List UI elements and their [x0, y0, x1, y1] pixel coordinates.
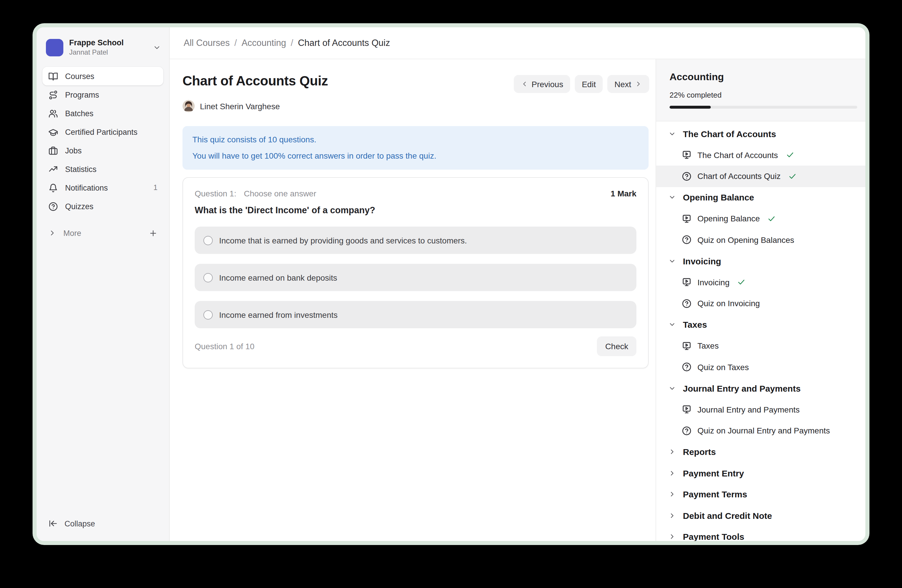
top-navbar: All Courses/Accounting/Chart of Accounts…	[170, 27, 865, 59]
screen: Frappe School Jannat Patel CoursesProgra…	[0, 0, 902, 588]
sidebar-item-programs[interactable]: Programs	[42, 85, 163, 104]
sidebar-item-statistics[interactable]: Statistics	[42, 160, 163, 178]
chapter-payment-entry[interactable]: Payment Entry	[656, 463, 865, 484]
help-circle-icon	[48, 201, 58, 211]
help-circle-icon	[682, 362, 692, 372]
author-avatar	[183, 100, 195, 112]
chapter-the-chart-of-accounts[interactable]: The Chart of Accounts	[656, 123, 865, 144]
sidebar-item-jobs[interactable]: Jobs	[42, 141, 163, 160]
outline-item-label: Invoicing	[697, 278, 730, 287]
chapter-title: Opening Balance	[683, 192, 754, 202]
sidebar: Frappe School Jannat Patel CoursesProgra…	[37, 27, 170, 541]
page-title: Chart of Accounts Quiz	[183, 73, 328, 89]
lesson-item-invoicing[interactable]: Invoicing	[656, 272, 865, 293]
frappe-school-logo-icon	[46, 39, 63, 56]
chevron-right-icon	[669, 491, 676, 498]
chapter-payment-tools[interactable]: Payment Tools	[656, 526, 865, 541]
chapter-reports[interactable]: Reports	[656, 441, 865, 463]
workspace-title: Frappe School	[69, 38, 147, 47]
previous-button[interactable]: Previous	[514, 75, 570, 93]
question-progress: Question 1 of 10	[195, 342, 255, 351]
collapse-arrow-icon	[48, 519, 58, 528]
sidebar-collapse-label: Collapse	[64, 519, 95, 528]
monitor-play-icon	[682, 214, 692, 224]
sidebar-item-label: Batches	[65, 109, 158, 118]
monitor-play-icon	[682, 150, 692, 160]
sidebar-item-batches[interactable]: Batches	[42, 104, 163, 123]
answer-option-1[interactable]: Income that is earned by providing goods…	[195, 227, 636, 254]
help-circle-icon	[682, 235, 692, 245]
course-progress-header: Accounting 22% completed	[656, 59, 865, 122]
outline-item-label: Quiz on Invoicing	[697, 299, 760, 308]
main-content: Chart of Accounts Quiz Previous Edit	[170, 59, 656, 541]
question-hint: Choose one answer	[244, 189, 611, 198]
outline-item-label: Journal Entry and Payments	[697, 405, 800, 414]
chapter-opening-balance[interactable]: Opening Balance	[656, 187, 865, 208]
sidebar-item-courses[interactable]: Courses	[42, 67, 163, 85]
quiz-item-quiz-on-taxes[interactable]: Quiz on Taxes	[656, 357, 865, 378]
breadcrumb-all-courses[interactable]: All Courses	[184, 38, 230, 48]
lesson-item-the-chart-of-accounts[interactable]: The Chart of Accounts	[656, 144, 865, 166]
sidebar-item-notifications[interactable]: Notifications1	[42, 178, 163, 197]
breadcrumb-accounting[interactable]: Accounting	[241, 38, 286, 48]
chapter-payment-terms[interactable]: Payment Terms	[656, 484, 865, 505]
app-window: Frappe School Jannat Patel CoursesProgra…	[33, 23, 869, 545]
question-marks: 1 Mark	[611, 189, 636, 198]
chevron-down-icon	[669, 130, 676, 138]
lesson-item-opening-balance[interactable]: Opening Balance	[656, 208, 865, 229]
quiz-item-quiz-on-journal-entry-and-payments[interactable]: Quiz on Journal Entry and Payments	[656, 420, 865, 441]
check-icon	[788, 172, 797, 181]
sidebar-item-label: Certified Participants	[65, 128, 158, 136]
course-outline: The Chart of AccountsThe Chart of Accoun…	[656, 122, 865, 541]
chevron-right-icon	[669, 533, 676, 541]
help-circle-icon	[682, 299, 692, 308]
edit-button[interactable]: Edit	[575, 75, 603, 93]
answer-options: Income that is earned by providing goods…	[195, 227, 636, 328]
bell-icon	[48, 183, 58, 192]
graduation-cap-icon	[48, 127, 58, 137]
question-text: What is the 'Direct Income' of a company…	[195, 205, 636, 216]
course-outline-panel: Accounting 22% completed The Chart of Ac…	[656, 59, 865, 541]
plus-icon[interactable]	[149, 228, 158, 237]
answer-option-2[interactable]: Income earned on bank deposits	[195, 264, 636, 291]
question-card: Question 1: Choose one answer 1 Mark Wha…	[183, 177, 648, 368]
quiz-item-quiz-on-opening-balances[interactable]: Quiz on Opening Balances	[656, 229, 865, 250]
quiz-item-quiz-on-invoicing[interactable]: Quiz on Invoicing	[656, 293, 865, 314]
radio-icon[interactable]	[204, 236, 213, 245]
author-name: Linet Sherin Varghese	[200, 102, 280, 111]
sidebar-collapse-button[interactable]: Collapse	[42, 514, 163, 533]
lesson-item-taxes[interactable]: Taxes	[656, 335, 865, 357]
progress-bar	[670, 106, 857, 109]
chevron-down-icon	[669, 385, 676, 392]
lesson-item-journal-entry-and-payments[interactable]: Journal Entry and Payments	[656, 399, 865, 420]
radio-icon[interactable]	[204, 310, 213, 319]
outline-item-label: Quiz on Opening Balances	[697, 235, 794, 245]
answer-option-3[interactable]: Income earned from investments	[195, 301, 636, 328]
outline-item-label: The Chart of Accounts	[697, 150, 778, 160]
question-number-label: Question 1:	[195, 189, 236, 198]
sidebar-more[interactable]: More	[42, 224, 163, 242]
next-button[interactable]: Next	[608, 75, 649, 93]
trending-up-icon	[48, 164, 58, 174]
chapter-taxes[interactable]: Taxes	[656, 314, 865, 335]
chevron-down-icon	[153, 43, 161, 52]
chevron-right-icon	[669, 469, 676, 477]
chapter-invoicing[interactable]: Invoicing	[656, 250, 865, 272]
outline-item-label: Chart of Accounts Quiz	[697, 172, 780, 181]
check-button[interactable]: Check	[597, 336, 636, 356]
monitor-play-icon	[682, 405, 692, 414]
workspace-user: Jannat Patel	[69, 48, 147, 56]
briefcase-icon	[48, 145, 58, 155]
chapter-title: Payment Entry	[683, 468, 744, 478]
progress-bar-fill	[670, 106, 711, 109]
sidebar-item-quizzes[interactable]: Quizzes	[42, 197, 163, 216]
radio-icon[interactable]	[204, 273, 213, 282]
chapter-debit-and-credit-note[interactable]: Debit and Credit Note	[656, 505, 865, 526]
sidebar-item-certified-participants[interactable]: Certified Participants	[42, 123, 163, 141]
chapter-journal-entry-and-payments[interactable]: Journal Entry and Payments	[656, 378, 865, 399]
breadcrumb-chart-of-accounts-quiz: Chart of Accounts Quiz	[298, 38, 390, 48]
check-icon	[786, 151, 794, 160]
workspace-switcher[interactable]: Frappe School Jannat Patel	[37, 27, 169, 63]
quiz-item-chart-of-accounts-quiz[interactable]: Chart of Accounts Quiz	[656, 166, 865, 187]
monitor-play-icon	[682, 277, 692, 287]
